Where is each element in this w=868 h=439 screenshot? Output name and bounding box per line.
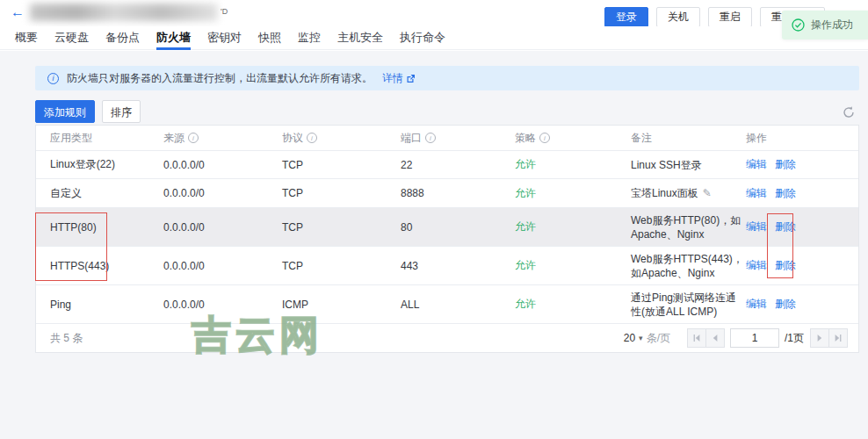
external-link-icon <box>406 74 416 83</box>
edit-link[interactable]: 编辑 <box>746 186 767 201</box>
table-row: 自定义 0.0.0.0/0 TCP 8888 允许 宝塔Linux面板✎ 编辑 … <box>36 178 858 207</box>
cell-app-type: Ping <box>50 299 163 311</box>
add-rule-button[interactable]: 添加规则 <box>35 100 95 123</box>
chevron-down-icon: ▾ <box>639 334 643 342</box>
cell-policy: 允许 <box>515 186 631 201</box>
server-title-redacted <box>30 4 218 21</box>
tab-run-command[interactable]: 执行命令 <box>400 26 445 50</box>
cell-port: 22 <box>401 159 515 171</box>
cell-operations: 编辑 删除 <box>746 157 858 172</box>
cell-note: 通过Ping测试网络连通性(放通ALL ICMP) <box>631 291 746 319</box>
topbar: ← 'D 登录 关机 重启 重置密码 <box>0 0 868 26</box>
edit-note-pencil-icon[interactable]: ✎ <box>703 187 712 199</box>
delete-link[interactable]: 删除 <box>775 157 796 172</box>
table-row: Ping 0.0.0.0/0 ICMP ALL 允许 通过Ping测试网络连通性… <box>36 284 858 323</box>
next-page-icon <box>815 334 824 342</box>
edit-link[interactable]: 编辑 <box>746 297 767 312</box>
col-header-operations: 操作 <box>746 131 858 146</box>
cell-policy: 允许 <box>515 258 631 273</box>
table-header-row: 应用类型 来源i 协议i 端口i 策略i 备注 操作 <box>36 126 858 150</box>
cell-protocol: TCP <box>282 159 401 171</box>
cell-note: 宝塔Linux面板✎ <box>631 186 746 200</box>
prev-page-icon <box>711 334 720 342</box>
tab-host-security[interactable]: 主机安全 <box>337 26 383 50</box>
cell-port: 8888 <box>401 187 515 199</box>
cell-app-type: HTTP(80) <box>50 221 163 234</box>
cell-policy: 允许 <box>515 297 631 312</box>
cell-operations: 编辑 删除 <box>746 220 858 234</box>
cell-protocol: TCP <box>282 260 401 272</box>
toast-text: 操作成功 <box>811 18 853 32</box>
cell-source: 0.0.0.0/0 <box>163 187 282 199</box>
success-toast: 操作成功 <box>782 11 868 40</box>
cell-operations: 编辑 删除 <box>746 297 858 312</box>
cell-source: 0.0.0.0/0 <box>163 299 282 311</box>
col-header-policy: 策略i <box>515 131 631 146</box>
info-icon[interactable]: i <box>307 133 317 143</box>
cell-policy: 允许 <box>515 220 631 234</box>
col-header-note: 备注 <box>631 131 746 146</box>
firewall-rules-table: 应用类型 来源i 协议i 端口i 策略i 备注 操作 Linux登录(22) 0… <box>35 125 859 353</box>
table-footer: 共 5 条 20 ▾ 条/页 1 /1页 <box>36 323 858 352</box>
cell-protocol: ICMP <box>282 299 401 311</box>
info-icon[interactable]: i <box>425 133 436 143</box>
restart-button[interactable]: 重启 <box>708 7 752 27</box>
pagination: 20 ▾ 条/页 1 /1页 <box>624 328 848 348</box>
cell-policy: 允许 <box>515 157 631 172</box>
cell-note: Linux SSH登录 <box>631 158 746 172</box>
cell-app-type: 自定义 <box>50 186 163 201</box>
info-icon: i <box>47 73 59 84</box>
sort-button[interactable]: 排序 <box>102 100 141 123</box>
cell-note: Web服务HTTPS(443)，如Apache、Nginx <box>631 252 746 280</box>
cell-protocol: TCP <box>282 221 401 234</box>
cell-app-type: Linux登录(22) <box>50 157 163 172</box>
tab-cloud-disk[interactable]: 云硬盘 <box>54 26 89 50</box>
edit-link[interactable]: 编辑 <box>746 220 767 234</box>
cell-port: 80 <box>401 221 515 234</box>
delete-link[interactable]: 删除 <box>775 186 796 201</box>
cell-source: 0.0.0.0/0 <box>163 260 282 272</box>
check-circle-icon <box>792 18 805 32</box>
notice-text: 防火墙只对服务器的入流量进行控制，出流量默认允许所有请求。 <box>67 71 373 86</box>
refresh-icon[interactable] <box>842 105 856 119</box>
total-count-label: 共 5 条 <box>50 331 83 346</box>
cell-protocol: TCP <box>282 187 401 199</box>
login-button[interactable]: 登录 <box>604 7 648 27</box>
cell-note: Web服务HTTP(80)，如Apache、Nginx <box>631 213 746 241</box>
page-size-select[interactable]: 20 ▾ 条/页 <box>624 331 670 346</box>
cell-source: 0.0.0.0/0 <box>163 159 282 171</box>
back-arrow-icon[interactable]: ← <box>11 4 25 20</box>
prev-page-button[interactable] <box>705 328 725 348</box>
tab-bar: 概要 云硬盘 备份点 防火墙 密钥对 快照 监控 主机安全 执行命令 <box>0 26 868 50</box>
cell-port: ALL <box>401 299 515 311</box>
next-page-button[interactable] <box>810 328 829 348</box>
info-icon[interactable]: i <box>188 133 199 143</box>
delete-link[interactable]: 删除 <box>775 220 796 234</box>
tab-snapshot[interactable]: 快照 <box>258 26 281 50</box>
firewall-notice-banner: i 防火墙只对服务器的入流量进行控制，出流量默认允许所有请求。 详情 <box>35 66 859 90</box>
col-header-app-type: 应用类型 <box>50 131 163 146</box>
col-header-port: 端口i <box>401 131 515 146</box>
tab-monitor[interactable]: 监控 <box>298 26 321 50</box>
info-icon[interactable]: i <box>539 133 550 143</box>
tab-key-pair[interactable]: 密钥对 <box>207 26 242 50</box>
table-row: HTTPS(443) 0.0.0.0/0 TCP 443 允许 Web服务HTT… <box>36 246 858 284</box>
col-header-source: 来源i <box>163 131 282 146</box>
notice-detail-link[interactable]: 详情 <box>382 71 416 86</box>
table-row: Linux登录(22) 0.0.0.0/0 TCP 22 允许 Linux SS… <box>36 150 858 178</box>
content-area: i 防火墙只对服务器的入流量进行控制，出流量默认允许所有请求。 详情 添加规则 … <box>0 51 868 439</box>
first-page-button[interactable] <box>687 328 706 348</box>
edit-link[interactable]: 编辑 <box>746 157 767 172</box>
last-page-button[interactable] <box>828 328 848 348</box>
delete-link[interactable]: 删除 <box>775 297 796 312</box>
tab-backup[interactable]: 备份点 <box>105 26 140 50</box>
page-input[interactable]: 1 <box>730 328 779 348</box>
shutdown-button[interactable]: 关机 <box>656 7 700 27</box>
tab-overview[interactable]: 概要 <box>15 26 38 50</box>
tab-firewall[interactable]: 防火墙 <box>156 26 191 50</box>
delete-link[interactable]: 删除 <box>775 258 796 273</box>
col-header-protocol: 协议i <box>282 131 401 146</box>
cell-operations: 编辑 删除 <box>746 186 858 201</box>
edit-link[interactable]: 编辑 <box>746 258 767 273</box>
cell-app-type: HTTPS(443) <box>50 260 163 272</box>
